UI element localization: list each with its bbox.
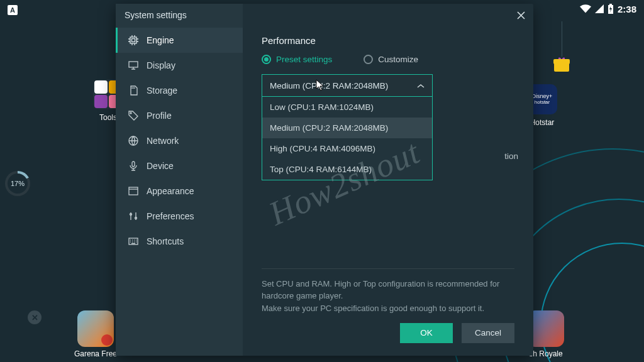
svg-rect-8: [129, 187, 138, 195]
nav-label: Preferences: [147, 211, 194, 221]
sliders-icon: [128, 212, 139, 221]
preset-option-high[interactable]: High (CPU:4 RAM:4096MB): [262, 138, 432, 159]
nav-profile[interactable]: Profile: [116, 103, 243, 128]
preset-option-low[interactable]: Low (CPU:1 RAM:1024MB): [262, 97, 432, 118]
app-indicator-icon: A: [8, 5, 18, 15]
svg-point-5: [130, 112, 131, 114]
game-garena[interactable]: Garena Free: [72, 310, 119, 358]
radio-dot-icon: [364, 55, 373, 64]
close-badge-icon[interactable]: ✕: [28, 310, 42, 324]
modal-title: System settings: [125, 10, 187, 20]
signal-icon: [595, 4, 604, 13]
window-icon: [128, 187, 139, 195]
nav-label: Storage: [147, 85, 177, 96]
wifi-icon: [580, 4, 591, 13]
tag-icon: [128, 111, 139, 121]
nav-label: Device: [147, 161, 174, 171]
select-value: Medium (CPU:2 RAM:2048MB): [270, 81, 388, 90]
svg-rect-3: [132, 39, 135, 42]
nav-display[interactable]: Display: [116, 53, 243, 78]
chevron-up-icon: [417, 81, 425, 90]
battery-icon: [608, 4, 614, 14]
nav-label: Shortcuts: [147, 236, 184, 246]
svg-rect-4: [129, 62, 138, 67]
nav-engine[interactable]: Engine: [116, 28, 243, 53]
settings-pane: Performance Preset settings Customize Me…: [243, 4, 533, 356]
status-time: 2:38: [618, 4, 636, 14]
settings-modal: System settings Engine Display Storage P…: [116, 4, 533, 356]
radio-label: Preset settings: [276, 55, 332, 64]
svg-rect-2: [130, 37, 136, 43]
svg-rect-1: [609, 4, 612, 5]
game-label: Garena Free: [72, 349, 119, 358]
globe-icon: [128, 136, 139, 146]
nav-preferences[interactable]: Preferences: [116, 204, 243, 229]
nav-storage[interactable]: Storage: [116, 78, 243, 103]
obscured-text: tion: [504, 151, 518, 161]
svg-rect-7: [132, 162, 135, 167]
cpu-icon: [128, 35, 139, 45]
preset-option-medium[interactable]: Medium (CPU:2 RAM:2048MB): [262, 118, 432, 138]
radio-dot-icon: [262, 55, 271, 64]
nav-label: Display: [147, 60, 175, 70]
keyboard-icon: [128, 238, 139, 245]
ok-button[interactable]: OK: [400, 323, 453, 343]
nav-label: Profile: [147, 111, 172, 121]
status-bar: 2:38: [580, 0, 636, 18]
sdcard-icon: [128, 85, 139, 96]
preset-dropdown: Low (CPU:1 RAM:1024MB) Medium (CPU:2 RAM…: [262, 97, 433, 180]
nav-device[interactable]: Device: [116, 153, 243, 178]
progress-badge[interactable]: 17%: [5, 171, 30, 196]
mic-icon: [128, 161, 139, 171]
nav-network[interactable]: Network: [116, 128, 243, 153]
radio-group-mode: Preset settings Customize: [262, 55, 514, 64]
help-text: Set CPU and RAM. High or Top configurati…: [262, 268, 514, 344]
radio-label: Customize: [378, 55, 418, 64]
settings-sidebar: Engine Display Storage Profile Network D…: [116, 4, 243, 356]
nav-label: Appearance: [147, 186, 194, 196]
gift-icon[interactable]: [554, 55, 572, 73]
nav-shortcuts[interactable]: Shortcuts: [116, 229, 243, 254]
radio-preset[interactable]: Preset settings: [262, 55, 332, 64]
radio-customize[interactable]: Customize: [364, 55, 418, 64]
section-title: Performance: [262, 35, 514, 46]
nav-label: Engine: [147, 35, 174, 45]
monitor-icon: [128, 61, 139, 70]
nav-appearance[interactable]: Appearance: [116, 178, 243, 204]
cancel-button[interactable]: Cancel: [462, 323, 514, 343]
preset-option-top[interactable]: Top (CPU:4 RAM:6144MB): [262, 159, 432, 180]
preset-select[interactable]: Medium (CPU:2 RAM:2048MB): [262, 74, 433, 97]
nav-label: Network: [147, 136, 179, 146]
